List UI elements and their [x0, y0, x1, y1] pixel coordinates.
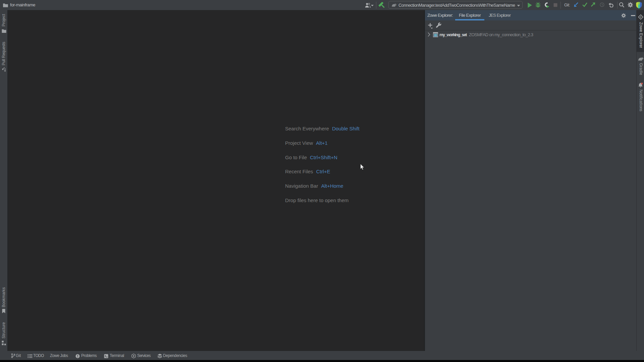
svg-text:Z: Z — [640, 15, 642, 18]
